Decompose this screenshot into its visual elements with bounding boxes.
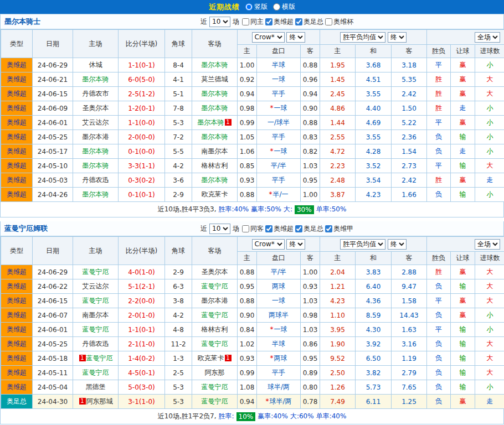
team-name[interactable]: 莫兰德城 (202, 75, 228, 83)
team-name[interactable]: 蓝曼宁厄 (202, 282, 228, 290)
home-team-cell[interactable]: 休城 (73, 58, 119, 72)
scope-select[interactable]: 全场 (475, 239, 500, 250)
home-team-cell[interactable]: 丹德农迅 (73, 173, 119, 188)
home-team-cell[interactable]: 蓝曼宁厄 (73, 265, 119, 279)
away-team-cell[interactable]: 格林古利 (192, 159, 238, 173)
home-team-cell[interactable]: 艾云达尔 (73, 279, 119, 294)
home-team-cell[interactable]: 墨尔本骑 (73, 159, 119, 173)
horizontal-radio[interactable] (273, 3, 280, 11)
away-team-cell[interactable]: 蓝曼宁厄 (192, 308, 238, 323)
home-team-cell[interactable]: 丹德农市 (73, 87, 119, 101)
filter-checkbox[interactable] (325, 18, 332, 25)
team-name[interactable]: 墨尔本港 (83, 133, 109, 141)
home-team-cell[interactable]: 蓝曼宁厄 (73, 323, 119, 337)
team-title[interactable]: 墨尔本骑士 (1, 17, 117, 27)
league-cell[interactable]: 奥维超 (1, 87, 33, 101)
league-cell[interactable]: 奥维超 (1, 144, 33, 159)
home-team-cell[interactable]: 墨尔本骑 (73, 72, 119, 87)
league-cell[interactable]: 奥维超 (1, 351, 33, 366)
team-name[interactable]: 蓝曼宁厄 (202, 397, 228, 405)
bookmaker-select[interactable]: Crow* (252, 32, 285, 43)
team-name[interactable]: 欧克莱卡 (198, 354, 224, 362)
team-name[interactable]: 欧克莱卡 (202, 190, 228, 198)
home-team-cell[interactable]: 圣奥尔本 (73, 101, 119, 116)
team-name[interactable]: 阿东那 (205, 369, 225, 376)
team-name[interactable]: 丹德农迅 (83, 340, 109, 348)
away-team-cell[interactable]: 蓝曼宁厄 (192, 279, 238, 294)
team-name[interactable]: 墨尔本骑 (198, 118, 224, 126)
away-team-cell[interactable]: 蓝曼宁厄 (192, 380, 238, 395)
league-cell[interactable]: 奥维超 (1, 337, 33, 351)
filter-checkbox[interactable] (265, 18, 272, 25)
team-name[interactable]: 南墨尔本 (202, 147, 228, 155)
bookmaker-select[interactable]: Crow* (252, 239, 285, 250)
team-name[interactable]: 墨尔本骑 (83, 190, 109, 198)
filter-checkbox[interactable] (242, 18, 249, 25)
team-name[interactable]: 蓝曼宁厄 (86, 354, 113, 362)
league-cell[interactable]: 奥维超 (1, 58, 33, 72)
home-team-cell[interactable]: 墨尔本港 (73, 130, 119, 144)
team-name[interactable]: 格林古利 (202, 325, 228, 333)
league-cell[interactable]: 奥维超 (1, 366, 33, 380)
away-team-cell[interactable]: 墨尔本骑 (192, 101, 238, 116)
team-name[interactable]: 蓝曼宁厄 (83, 297, 109, 304)
league-cell[interactable]: 奥维超 (1, 159, 33, 173)
league-cell[interactable]: 奥维超 (1, 173, 33, 188)
league-cell[interactable]: 奥维超 (1, 265, 33, 279)
away-team-cell[interactable]: 墨尔本骑 (192, 58, 238, 72)
home-team-cell[interactable]: 丹德农迅 (73, 337, 119, 351)
recent-count-select[interactable]: 10 (209, 17, 230, 27)
league-cell[interactable]: 奥维超 (1, 130, 33, 144)
scope-select[interactable]: 全场 (475, 32, 500, 43)
away-team-cell[interactable]: 墨尔本骑1 (192, 116, 238, 130)
league-cell[interactable]: 奥维超 (1, 323, 33, 337)
filter-checkbox[interactable] (265, 225, 272, 232)
away-team-cell[interactable]: 圣奥尔本 (192, 265, 238, 279)
team-name[interactable]: 墨尔本骑 (202, 133, 228, 141)
league-filter-option[interactable]: 奥足总 (295, 224, 323, 234)
league-cell[interactable]: 奥维超 (1, 116, 33, 130)
league-cell[interactable]: 奥维超 (1, 72, 33, 87)
team-name[interactable]: 艾云达尔 (83, 282, 109, 290)
team-name[interactable]: 墨尔本骑 (202, 104, 228, 112)
away-team-cell[interactable]: 蓝曼宁厄 (192, 337, 238, 351)
away-team-cell[interactable]: 欧克莱卡 (192, 188, 238, 202)
away-team-cell[interactable]: 南墨尔本 (192, 144, 238, 159)
team-name[interactable]: 墨尔本骑 (83, 147, 109, 155)
filter-checkbox[interactable] (295, 18, 302, 25)
home-team-cell[interactable]: 墨尔本骑 (73, 144, 119, 159)
home-team-cell[interactable]: 艾云达尔 (73, 116, 119, 130)
league-filter-option[interactable]: 奥维超 (265, 224, 294, 234)
avg-odds-select[interactable]: 胜平负均值 (340, 239, 385, 250)
away-team-cell[interactable]: 墨尔本骑 (192, 173, 238, 188)
team-name[interactable]: 蓝曼宁厄 (202, 383, 228, 391)
away-team-cell[interactable]: 墨尔本骑 (192, 87, 238, 101)
team-name[interactable]: 阿东那城 (86, 397, 113, 405)
team-name[interactable]: 丹德农市 (83, 90, 109, 97)
away-team-cell[interactable]: 墨尔本港 (192, 294, 238, 308)
away-team-cell[interactable]: 墨尔本骑 (192, 130, 238, 144)
away-team-cell[interactable]: 欧克莱卡1 (192, 351, 238, 366)
team-name[interactable]: 蓝曼宁厄 (202, 311, 228, 319)
team-name[interactable]: 黑德堡 (86, 383, 106, 391)
team-name[interactable]: 休城 (89, 61, 102, 69)
team-name[interactable]: 蓝曼宁厄 (83, 369, 109, 376)
team-name[interactable]: 蓝曼宁厄 (83, 268, 109, 276)
league-filter-option[interactable]: 奥维杯 (325, 17, 353, 27)
layout-horizontal-option[interactable]: 横版 (273, 2, 295, 12)
league-cell[interactable]: 奥维超 (1, 308, 33, 323)
league-filter-option[interactable]: 奥足总 (295, 17, 323, 27)
layout-vertical-option[interactable]: 竖版 (245, 2, 268, 12)
team-name[interactable]: 墨尔本骑 (202, 61, 228, 69)
away-team-cell[interactable]: 蓝曼宁厄 (192, 395, 238, 409)
league-cell[interactable]: 奥维超 (1, 101, 33, 116)
team-name[interactable]: 墨尔本骑 (83, 162, 109, 169)
avg-stage-select[interactable]: 终 (388, 239, 407, 250)
team-name[interactable]: 墨尔本骑 (202, 90, 228, 97)
vertical-radio[interactable] (245, 3, 253, 11)
home-team-cell[interactable]: 1阿东那城 (73, 395, 119, 409)
team-name[interactable]: 圣奥尔本 (83, 104, 109, 112)
team-name[interactable]: 蓝曼宁厄 (83, 325, 109, 333)
team-name[interactable]: 蓝曼宁厄 (202, 340, 228, 348)
league-filter-option[interactable]: 同主 (241, 17, 264, 27)
